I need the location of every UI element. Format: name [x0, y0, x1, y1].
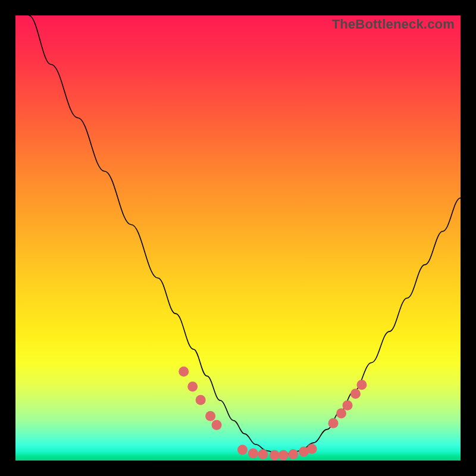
- data-point: [307, 444, 317, 454]
- data-point: [350, 389, 361, 399]
- curve-layer: [15, 15, 461, 461]
- data-point: [328, 418, 339, 428]
- chart-frame: TheBottleneck.com: [0, 0, 476, 476]
- data-point: [196, 395, 206, 405]
- data-point: [356, 380, 367, 390]
- data-point: [288, 449, 298, 459]
- data-point: [178, 367, 189, 377]
- plot-area: TheBottleneck.com: [15, 15, 461, 461]
- data-point: [258, 449, 268, 459]
- data-point: [205, 411, 215, 421]
- data-point: [248, 449, 258, 459]
- data-points-group: [178, 367, 367, 461]
- bottleneck-curve: [29, 15, 461, 454]
- data-point: [270, 450, 280, 461]
- data-point: [212, 420, 222, 430]
- data-point: [343, 400, 353, 411]
- data-point: [187, 381, 198, 392]
- data-point: [278, 450, 289, 461]
- data-point: [237, 445, 248, 455]
- data-point: [336, 408, 346, 418]
